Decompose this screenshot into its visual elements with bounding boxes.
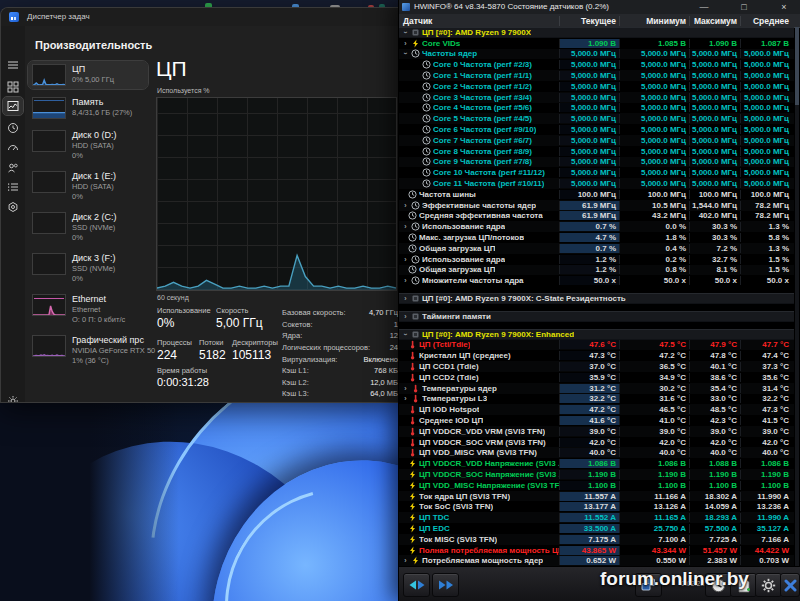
sensor-row[interactable]: › Ток SoC (SVI3 TFN) 13.177 A 13.126 A 1… <box>399 501 794 512</box>
column-sensor[interactable]: Датчик <box>399 16 559 26</box>
sensor-row[interactable]: › Кристалл ЦП (среднее) 47.3 °C 47.2 °C … <box>399 350 794 361</box>
sidebar-menu-button[interactable] <box>3 56 23 74</box>
sidebar-item-users[interactable] <box>3 159 23 177</box>
sensor-row[interactable]: › Ток ядра ЦП (SVI3 TFN) 11.557 A 11.166… <box>399 491 794 502</box>
expander-icon[interactable]: › <box>402 313 409 320</box>
sensor-row[interactable]: › Core 0 Частота (perf #2/3) 5,000.0 МГц… <box>399 59 794 70</box>
sensor-row[interactable]: › ЦП VDDCR_VDD Напряжение (SVI3 ... 1.08… <box>399 458 794 469</box>
sensor-row[interactable]: › Core 11 Частота (perf #10/11) 5,000.0 … <box>399 178 794 189</box>
maximize-button[interactable]: □ <box>736 0 752 13</box>
sensor-row[interactable]: › Среднее IOD ЦП 41.6 °C 41.0 °C 42.3 °C… <box>399 415 794 426</box>
expander-icon[interactable]: › <box>402 223 409 230</box>
expander-icon[interactable]: › <box>402 256 409 263</box>
perf-card[interactable]: ЦП 0% 5,00 ГГц <box>28 61 148 89</box>
sidebar-item-details[interactable] <box>3 178 23 196</box>
sensor-row[interactable]: › Эффективные частоты ядер 61.9 МГц 10.5… <box>399 200 794 211</box>
expander-icon[interactable]: › <box>402 557 409 564</box>
sidebar-item-settings[interactable] <box>3 392 23 403</box>
sensor-row[interactable]: › Core 2 Частота (perf #1/2) 5,000.0 МГц… <box>399 81 794 92</box>
sensor-table-header[interactable]: Датчик Текущее Минимум Максимум Среднее <box>399 14 800 28</box>
expander-icon[interactable]: › <box>402 385 409 392</box>
sensor-row[interactable]: › Core 9 Частота (perf #7/8) 5,000.0 МГц… <box>399 157 794 168</box>
expander-icon[interactable]: › <box>402 331 409 338</box>
sensor-row[interactable]: › ЦП IOD Hotspot 47.2 °C 46.5 °C 48.5 °C… <box>399 404 794 415</box>
sensor-row[interactable]: › Ток MISC (SVI3 TFN) 7.175 A 7.100 A 7.… <box>399 534 794 545</box>
sensor-row[interactable]: › ЦП [#0]: AMD Ryzen 9 7900X: Enhanced <box>399 329 794 340</box>
sensor-row[interactable]: › Core 3 Частота (perf #3/4) 5,000.0 МГц… <box>399 92 794 103</box>
sensor-row[interactable]: › ЦП TDC 11.552 A 11.165 A 18.293 A 11.9… <box>399 512 794 523</box>
sensor-row[interactable]: › <box>399 322 794 329</box>
sensor-row[interactable]: › Общая загрузка ЦП 1.2 % 0.8 % 8.1 % 1.… <box>399 265 794 276</box>
settings-button[interactable] <box>755 573 782 597</box>
sensor-row[interactable]: › <box>399 286 794 293</box>
sensor-row[interactable]: › Тайминги памяти <box>399 311 794 322</box>
expander-icon[interactable]: › <box>402 50 409 57</box>
close-button[interactable]: × <box>776 0 792 13</box>
sensor-row[interactable]: › ЦП (Tctl/Tdie) 47.6 °C 47.5 °C 47.9 °C… <box>399 340 794 351</box>
sidebar-item-app-history[interactable] <box>3 119 23 137</box>
sensor-row[interactable]: › Температуры L3 32.2 °C 31.6 °C 33.0 °C… <box>399 394 794 405</box>
sensor-row[interactable]: › ЦП CCD2 (Tdie) 35.9 °C 34.9 °C 38.6 °C… <box>399 372 794 383</box>
perf-card[interactable]: Диск 1 (E:) HDD (SATA) 0% <box>28 168 148 204</box>
sensor-row[interactable]: › Core 7 Частота (perf #6/7) 5,000.0 МГц… <box>399 135 794 146</box>
sensor-row[interactable]: › Использование ядра 1.2 % 0.2 % 32.7 % … <box>399 254 794 265</box>
expander-icon[interactable]: › <box>402 202 409 209</box>
sensor-row[interactable]: › ЦП [#0]: AMD Ryzen 9 7900X <box>399 27 794 38</box>
sensor-row[interactable]: › Множители частоты ядра 50.0 x 50.0 x 5… <box>399 275 794 286</box>
sidebar-item-processes[interactable] <box>3 78 23 96</box>
sensor-row[interactable]: › Core 8 Частота (perf #8/9) 5,000.0 МГц… <box>399 146 794 157</box>
task-manager-titlebar[interactable]: Диспетчер задач <box>1 8 398 26</box>
nav-back-forward-button[interactable] <box>403 573 430 597</box>
expander-icon[interactable]: › <box>402 29 409 36</box>
sensor-current-value: 0.652 W <box>559 556 619 565</box>
column-current[interactable]: Текущее <box>559 16 619 26</box>
hwinfo-titlebar[interactable]: HWiNFO® 64 v8.34-5870 Состояние датчиков… <box>399 0 800 15</box>
perf-card[interactable]: Ethernet Ethernet О: 0 П: 0 кбит/с <box>28 291 148 327</box>
sensor-row[interactable]: › Core 4 Частота (perf #5/6) 5,000.0 МГц… <box>399 103 794 114</box>
column-average[interactable]: Среднее <box>740 16 792 26</box>
column-minimum[interactable]: Минимум <box>619 16 689 26</box>
sensor-row[interactable]: › Частоты ядер 5,000.0 МГц 5,000.0 МГц 5… <box>399 49 794 60</box>
sensor-row[interactable]: › Потребляемая мощность ядер 0.652 W 0.5… <box>399 555 794 566</box>
sensor-row[interactable]: › ЦП VDD_MISC VRM (SVI3 TFN) 40.0 °C 40.… <box>399 447 794 458</box>
sensor-row[interactable]: › ЦП VDDCR_SOC Напряжение (SVI3 ... 1.19… <box>399 469 794 480</box>
sensor-row[interactable]: › ЦП VDDCR_VDD VRM (SVI3 TFN) 39.0 °C 39… <box>399 426 794 437</box>
scrollbar[interactable] <box>795 27 799 567</box>
sensor-row[interactable]: › Использование ядра 0.7 % 0.0 % 30.3 % … <box>399 221 794 232</box>
sensor-row[interactable]: › Общая загрузка ЦП 0.7 % 0.4 % 7.2 % 1.… <box>399 243 794 254</box>
sensor-row[interactable]: › Core 5 Частота (perf #4/5) 5,000.0 МГц… <box>399 113 794 124</box>
expander-icon[interactable]: › <box>402 277 409 284</box>
expander-icon[interactable]: › <box>402 40 409 47</box>
sensor-row[interactable]: › ЦП VDD_MISC Напряжение (SVI3 TFN) 1.10… <box>399 480 794 491</box>
expander-icon[interactable]: › <box>402 295 409 302</box>
perf-card[interactable]: Графический прс NVIDIA GeForce RTX 50 1%… <box>28 332 148 368</box>
sensor-row[interactable]: › ЦП EDC 33.500 A 25.750 A 57.500 A 35.1… <box>399 523 794 534</box>
sensor-row[interactable]: › Полная потребляемая мощность ЦП 43.865… <box>399 545 794 556</box>
perf-card[interactable]: Память 8,4/31,6 ГБ (27%) <box>28 94 148 122</box>
column-maximum[interactable]: Максимум <box>689 16 740 26</box>
sensor-row[interactable]: › ЦП [#0]: AMD Ryzen 9 7900X: C-State Ре… <box>399 293 794 304</box>
sensor-row[interactable]: › Частота шины 100.0 МГц 100.0 МГц 100.0… <box>399 189 794 200</box>
sensor-row[interactable]: › Core 6 Частота (perf #9/10) 5,000.0 МГ… <box>399 124 794 135</box>
exit-button[interactable] <box>780 573 800 597</box>
perf-card[interactable]: Диск 2 (C:) SSD (NVMe) 0% <box>28 209 148 245</box>
minimize-button[interactable]: — <box>696 0 712 13</box>
perf-card[interactable]: Диск 3 (F:) SSD (NVMe) 0% <box>28 250 148 286</box>
expander-icon[interactable]: › <box>402 395 409 402</box>
sensor-row[interactable]: › Core VIDs 1.090 В 1.085 В 1.090 В 1.08… <box>399 38 794 49</box>
perf-card-thumbnail <box>32 212 66 234</box>
sensor-row[interactable]: › Core 10 Частота (perf #11/12) 5,000.0 … <box>399 167 794 178</box>
sensor-row[interactable]: › <box>399 304 794 311</box>
sidebar-item-startup[interactable] <box>3 139 23 157</box>
scrollbar-thumb[interactable] <box>795 27 799 105</box>
perf-card[interactable]: Диск 0 (D:) HDD (SATA) 0% <box>28 127 148 163</box>
sensor-row[interactable]: › Средняя эффективная частота 61.9 МГц 4… <box>399 211 794 222</box>
fast-forward-button[interactable] <box>432 573 459 597</box>
sensor-row[interactable]: › ЦП CCD1 (Tdie) 37.0 °C 36.5 °C 40.1 °C… <box>399 361 794 372</box>
sensor-row[interactable]: › Макс. загрузка ЦП/потоков 4.7 % 1.8 % … <box>399 232 794 243</box>
sidebar-item-performance[interactable] <box>3 97 23 115</box>
sidebar-item-services[interactable] <box>3 198 23 216</box>
sensor-row[interactable]: › Core 1 Частота (perf #1/1) 5,000.0 МГц… <box>399 70 794 81</box>
sensor-row[interactable]: › Температуры ядер 31.2 °C 30.2 °C 35.4 … <box>399 383 794 394</box>
sensor-row[interactable]: › ЦП VDDCR_SOC VRM (SVI3 TFN) 42.0 °C 42… <box>399 437 794 448</box>
